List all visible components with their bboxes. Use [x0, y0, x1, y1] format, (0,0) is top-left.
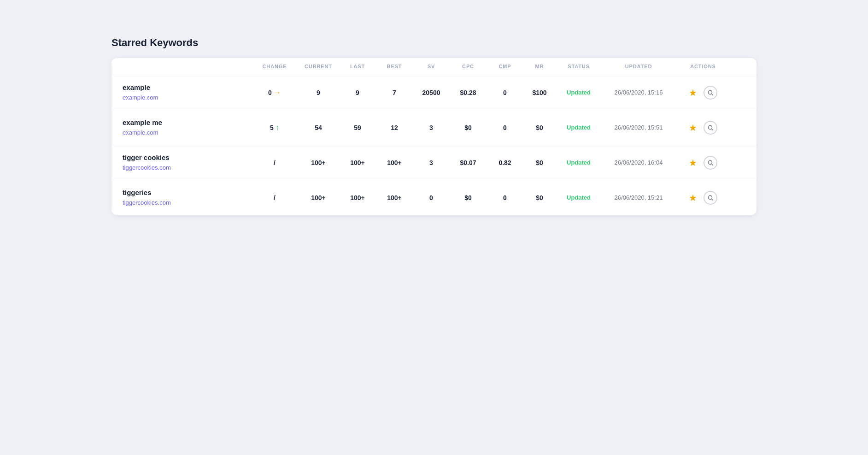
svg-line-1: [712, 94, 713, 95]
updated-time: 26/06/2020, 15:51: [602, 124, 675, 131]
main-container: Starred Keywords CHANGE CURRENT LAST BES…: [111, 37, 757, 215]
keyword-domain[interactable]: tiggercookies.com: [123, 164, 171, 171]
search-icon: [707, 195, 714, 201]
table-row: tiggeries tiggercookies.com / 100+ 100+ …: [111, 180, 757, 215]
change-value: /: [274, 194, 276, 201]
page-title: Starred Keywords: [111, 37, 757, 49]
change-cell: 5 ↑: [252, 124, 298, 132]
last-value: 100+: [339, 194, 376, 201]
cmp-value: 0: [487, 124, 523, 131]
search-button[interactable]: [704, 191, 717, 205]
change-cell: /: [252, 194, 298, 201]
keyword-info: tiggeries tiggercookies.com: [123, 189, 252, 207]
search-button[interactable]: [704, 121, 717, 135]
keyword-name: tiggeries: [123, 189, 252, 196]
col-updated: UPDATED: [602, 64, 675, 69]
search-icon: [707, 89, 714, 96]
updated-time: 26/06/2020, 16:04: [602, 159, 675, 166]
col-change: CHANGE: [252, 64, 298, 69]
keyword-domain[interactable]: example.com: [123, 94, 158, 101]
col-sv: SV: [413, 64, 450, 69]
sv-value: 20500: [413, 89, 450, 96]
actions-cell: ★: [675, 86, 731, 100]
svg-line-5: [712, 164, 713, 165]
svg-line-3: [712, 129, 713, 130]
sv-value: 3: [413, 159, 450, 166]
keyword-domain[interactable]: example.com: [123, 129, 158, 136]
sv-value: 0: [413, 194, 450, 201]
table-header: CHANGE CURRENT LAST BEST SV CPC CMP MR S…: [111, 58, 757, 75]
arrow-right-icon: →: [274, 89, 281, 97]
change-cell: 0 →: [252, 89, 298, 97]
change-value: 5: [270, 124, 274, 131]
cmp-value: 0: [487, 194, 523, 201]
actions-cell: ★: [675, 156, 731, 170]
mr-value: $100: [523, 89, 556, 96]
mr-value: $0: [523, 124, 556, 131]
mr-value: $0: [523, 159, 556, 166]
updated-time: 26/06/2020, 15:16: [602, 89, 675, 96]
best-value: 100+: [376, 194, 413, 201]
search-icon: [707, 160, 714, 166]
best-value: 100+: [376, 159, 413, 166]
cpc-value: $0.28: [450, 89, 487, 96]
last-value: 9: [339, 89, 376, 96]
search-button[interactable]: [704, 86, 717, 100]
col-best: BEST: [376, 64, 413, 69]
cpc-value: $0.07: [450, 159, 487, 166]
keyword-name: example: [123, 83, 252, 91]
keyword-info: example me example.com: [123, 118, 252, 136]
keyword-info: tigger cookies tiggercookies.com: [123, 154, 252, 171]
last-value: 100+: [339, 159, 376, 166]
col-last: LAST: [339, 64, 376, 69]
col-cpc: CPC: [450, 64, 487, 69]
star-icon[interactable]: ★: [689, 122, 697, 133]
search-button[interactable]: [704, 156, 717, 170]
cpc-value: $0: [450, 194, 487, 201]
col-status: STATUS: [556, 64, 602, 69]
current-value: 100+: [298, 194, 339, 201]
cpc-value: $0: [450, 124, 487, 131]
status-badge: Updated: [556, 159, 602, 166]
updated-time: 26/06/2020, 15:21: [602, 194, 675, 201]
status-badge: Updated: [556, 89, 602, 96]
change-value: 0: [268, 89, 272, 96]
col-mr: MR: [523, 64, 556, 69]
search-icon: [707, 124, 714, 131]
current-value: 100+: [298, 159, 339, 166]
col-keyword: [123, 64, 252, 69]
svg-line-7: [712, 199, 713, 200]
mr-value: $0: [523, 194, 556, 201]
keywords-table: CHANGE CURRENT LAST BEST SV CPC CMP MR S…: [111, 58, 757, 215]
keyword-info: example example.com: [123, 83, 252, 101]
keyword-domain[interactable]: tiggercookies.com: [123, 199, 171, 206]
star-icon[interactable]: ★: [689, 192, 697, 203]
change-value: /: [274, 159, 276, 166]
table-row: example example.com 0 → 9 9 7 20500 $0.2…: [111, 75, 757, 110]
keyword-name: example me: [123, 118, 252, 126]
actions-cell: ★: [675, 121, 731, 135]
cmp-value: 0.82: [487, 159, 523, 166]
best-value: 12: [376, 124, 413, 131]
actions-cell: ★: [675, 191, 731, 205]
cmp-value: 0: [487, 89, 523, 96]
current-value: 9: [298, 89, 339, 96]
col-actions: ACTIONS: [675, 64, 731, 69]
status-badge: Updated: [556, 194, 602, 201]
table-row: tigger cookies tiggercookies.com / 100+ …: [111, 145, 757, 180]
star-icon[interactable]: ★: [689, 157, 697, 168]
best-value: 7: [376, 89, 413, 96]
col-cmp: CMP: [487, 64, 523, 69]
status-badge: Updated: [556, 124, 602, 131]
last-value: 59: [339, 124, 376, 131]
arrow-up-icon: ↑: [276, 124, 279, 132]
current-value: 54: [298, 124, 339, 131]
table-row: example me example.com 5 ↑ 54 59 12 3 $0…: [111, 110, 757, 145]
change-cell: /: [252, 159, 298, 166]
col-current: CURRENT: [298, 64, 339, 69]
keyword-name: tigger cookies: [123, 154, 252, 161]
sv-value: 3: [413, 124, 450, 131]
star-icon[interactable]: ★: [689, 87, 697, 98]
